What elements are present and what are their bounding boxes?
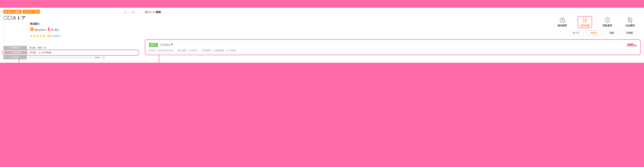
page-root: あんしん保証 リピートOK 〇〇ストア 商品購入 P 商品代金の 1 %	[0, 0, 644, 68]
transaction-points: 100 pt	[627, 43, 636, 47]
filter-all[interactable]: すべて	[568, 31, 584, 35]
tab-history-label: 獲得履歴	[558, 24, 567, 27]
rating-count: ( 62件 )	[52, 34, 61, 38]
checklist-icon	[582, 17, 588, 23]
store-card: あんしん保証 リピートOK 〇〇ストア 商品購入 P 商品代金の 1 %	[3, 10, 138, 60]
share-icon	[124, 11, 127, 14]
attr-label-approval: 承認率	[3, 56, 27, 59]
share-button[interactable]	[122, 10, 129, 16]
tab-exchange-label: 交換履歴	[625, 24, 635, 27]
transaction-period: 判定期間：入金確認後、2ヶ月前後	[202, 49, 236, 52]
decorative-bottom-bar	[0, 63, 644, 68]
shield-icon	[5, 11, 7, 13]
attr-label-record-text: 通帳記載	[12, 46, 20, 49]
cashback-percent: %	[51, 28, 54, 31]
approval-progress-pct: 100%	[94, 56, 100, 59]
badge-assurance: あんしん保証	[3, 10, 22, 14]
transaction-points-value: 100	[627, 43, 634, 47]
info-icon[interactable]: i	[102, 56, 105, 59]
tab-history[interactable]: P 獲得履歴	[555, 16, 570, 28]
decorative-top-bar	[0, 0, 644, 8]
content-area: あんしん保証 リピートOK 〇〇ストア 商品購入 P 商品代金の 1 %	[0, 8, 644, 63]
filter-rejected[interactable]: 非承認	[622, 31, 637, 35]
check-square-icon	[10, 47, 12, 49]
attr-row-period: 判定期間 受注後、２ヵ月半前後	[4, 50, 138, 55]
approval-progress-bar	[29, 57, 93, 58]
filter-judging[interactable]: 判定中	[586, 31, 602, 35]
panel-title: ポイント通帳	[145, 11, 641, 14]
svg-text:P: P	[562, 19, 563, 21]
favorite-button[interactable]	[130, 10, 136, 16]
transaction-left: 判定中 〇〇ストア	[149, 43, 173, 47]
store-body: 商品購入 P 商品代金の 1 % 還元 ★★★★⯪ 4.5 ( 62件 )	[3, 22, 138, 46]
attr-row-record: 通帳記載 受注後、最短７日	[3, 46, 138, 50]
badge-assurance-label: あんしん保証	[8, 10, 20, 13]
transaction-card[interactable]: 判定中 〇〇ストア 100 pt 申込日：20xx年xx月xx日 購入金額：10…	[145, 39, 641, 55]
card-actions	[122, 10, 136, 16]
status-chip: 判定中	[149, 43, 158, 47]
cashback-number: 1	[48, 27, 50, 32]
points-passbook-panel: ポイント通帳 P 獲得履歴	[145, 10, 641, 55]
badge-repeat: リピートOK	[22, 10, 40, 14]
svg-rect-0	[10, 47, 12, 48]
attr-row-approval: 承認率 100% i	[3, 55, 138, 60]
badge-repeat-label: リピートOK	[27, 10, 38, 13]
store-title: 〇〇ストア	[3, 15, 138, 21]
star-icons: ★★★★⯪	[30, 34, 46, 38]
tab-judging[interactable]: 判定状態	[578, 16, 592, 28]
cashback-suffix: 還元	[54, 29, 59, 32]
repeat-icon	[24, 11, 26, 13]
transaction-apply-date: 申込日：20xx年xx月xx日	[149, 49, 173, 52]
attribute-table: 通帳記載 受注後、最短７日 判定期間 受注後、２ヵ月半前後	[3, 46, 138, 60]
attr-label-approval-text: 承認率	[14, 56, 20, 59]
passbook-tabs: P 獲得履歴 判定状態	[145, 16, 641, 28]
attr-label-record: 通帳記載	[3, 46, 27, 50]
tab-viewed[interactable]: 閲覧履歴	[600, 16, 615, 28]
tab-exchange[interactable]: P 交換履歴	[623, 16, 637, 28]
tab-viewed-label: 閲覧履歴	[603, 24, 612, 27]
attr-label-period-text: 判定期間	[13, 51, 21, 54]
rating-value: 4.5	[47, 34, 52, 38]
clock-history-icon	[604, 17, 610, 23]
badges: あんしん保証 リピートOK	[3, 10, 138, 14]
cashback-line: P 商品代金の 1 % 還元	[30, 27, 61, 32]
tab-judging-label: 判定状態	[580, 24, 590, 27]
highlight-connector-right	[159, 55, 159, 65]
filter-pills: すべて 判定中 承認 非承認	[145, 31, 641, 35]
svg-text:P: P	[629, 19, 631, 22]
heart-icon	[132, 11, 135, 14]
filter-approved[interactable]: 承認	[604, 31, 620, 35]
transaction-store: 〇〇ストア	[160, 43, 173, 47]
highlight-judging-period: 判定期間 受注後、２ヵ月半前後	[2, 50, 139, 56]
transaction-top: 判定中 〇〇ストア 100 pt	[149, 43, 636, 47]
p-down-icon: P	[559, 17, 565, 23]
transaction-points-unit: pt	[634, 44, 636, 47]
cashback-prefix: 商品代金の	[35, 29, 46, 32]
thumbs-up-icon	[11, 57, 13, 59]
transaction-amount: 購入金額：10,000円	[178, 49, 198, 52]
attr-value-period: 受注後、２ヵ月半前後	[30, 51, 51, 54]
exchange-icon: P	[627, 17, 633, 23]
point-coin-icon: P	[30, 27, 34, 31]
attr-value-record: 受注後、最短７日	[29, 46, 46, 49]
attr-label-period: 判定期間	[4, 51, 28, 55]
rating-row[interactable]: ★★★★⯪ 4.5 ( 62件 )	[30, 34, 61, 38]
highlight-connector-left	[19, 57, 19, 66]
clock-icon	[10, 52, 12, 54]
store-meta: 商品購入 P 商品代金の 1 % 還元 ★★★★⯪ 4.5 ( 62件 )	[30, 22, 61, 41]
store-thumbnail	[3, 22, 27, 46]
purchase-type: 商品購入	[30, 22, 61, 26]
transaction-details: 申込日：20xx年xx月xx日 購入金額：10,000円 判定期間：入金確認後、…	[149, 49, 636, 52]
